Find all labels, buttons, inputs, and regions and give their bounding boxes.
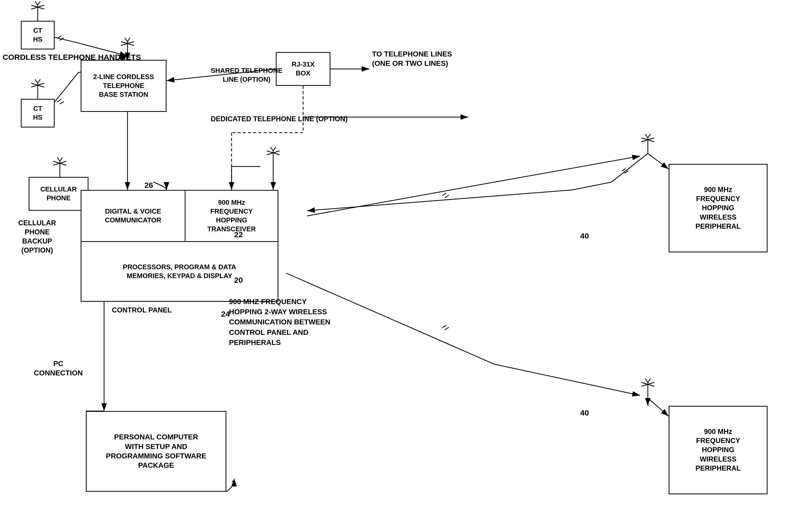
svg-line-36 xyxy=(128,38,130,42)
num-40-top: 40 xyxy=(580,231,589,240)
svg-line-6 xyxy=(38,1,40,5)
svg-line-4 xyxy=(31,5,44,9)
svg-line-14 xyxy=(53,161,66,165)
svg-line-31 xyxy=(648,379,650,382)
ct-hs-2-box: CT HS xyxy=(21,99,55,128)
svg-line-15 xyxy=(57,157,60,161)
cordless-base-box: 2-LINE CORDLESSTELEPHONEBASE STATION xyxy=(81,60,167,112)
freq-hop-transceiver-box: 900 MHzFREQUENCYHOPPINGTRANSCEIVER xyxy=(185,190,279,242)
svg-line-29 xyxy=(641,382,654,386)
svg-line-53 xyxy=(622,169,626,171)
num-20: 20 xyxy=(234,276,243,285)
svg-line-25 xyxy=(645,134,648,138)
svg-line-10 xyxy=(35,79,38,83)
num-40-bot: 40 xyxy=(580,408,589,417)
svg-line-59 xyxy=(445,327,449,330)
svg-line-39 xyxy=(57,99,61,102)
svg-line-34 xyxy=(121,42,134,45)
svg-line-37 xyxy=(57,36,61,38)
svg-line-13 xyxy=(53,161,66,165)
to-telephone-label: TO TELEPHONE LINES(ONE OR TWO LINES) xyxy=(372,50,452,69)
svg-line-30 xyxy=(645,379,648,382)
num-24: 24 xyxy=(221,309,230,318)
processors-box: PROCESSORS, PROGRAM & DATAMEMORIES, KEYP… xyxy=(81,242,279,302)
pc-connection-label: PCCONNECTION xyxy=(34,359,83,378)
svg-line-5 xyxy=(35,1,38,5)
svg-line-16 xyxy=(60,157,62,161)
rj31x-box: RJ-31XBOX xyxy=(276,52,330,86)
svg-line-61 xyxy=(648,398,669,416)
svg-line-38 xyxy=(60,38,64,40)
diagram: CT HS CT HS CORDLESS TELEPHONE HANDSETS … xyxy=(0,0,799,532)
svg-line-54 xyxy=(624,171,628,173)
svg-line-28 xyxy=(641,382,654,386)
num-22: 22 xyxy=(234,230,243,239)
svg-line-40 xyxy=(60,101,64,104)
control-panel-label: CONTROL PANEL xyxy=(112,306,172,315)
svg-line-3 xyxy=(31,5,44,9)
dedicated-line-label: DEDICATED TELEPHONE LINE (OPTION) xyxy=(211,114,348,124)
svg-line-11 xyxy=(38,79,40,83)
num-26: 26 xyxy=(145,181,153,190)
cellular-backup-label: CELLULARPHONEBACKUP(OPTION) xyxy=(18,218,56,255)
svg-line-35 xyxy=(125,38,128,42)
svg-line-56 xyxy=(445,195,449,198)
svg-line-60 xyxy=(648,153,669,169)
svg-line-18 xyxy=(267,151,280,155)
svg-line-24 xyxy=(641,138,654,142)
shared-line-label: SHARED TELEPHONELINE (OPTION) xyxy=(211,66,283,84)
svg-line-58 xyxy=(442,325,446,328)
freq-hop-desc-label: 900 MHZ FREQUENCYHOPPING 2-WAY WIRELESSC… xyxy=(229,297,330,347)
personal-computer-box: PERSONAL COMPUTERWITH SETUP ANDPROGRAMMI… xyxy=(86,411,226,492)
num-2: 2 xyxy=(231,479,236,488)
svg-line-20 xyxy=(271,147,273,151)
svg-line-9 xyxy=(31,83,44,87)
svg-line-21 xyxy=(273,147,276,151)
wireless-periph-2-box: 900 MHzFREQUENCYHOPPINGWIRELESSPERIPHERA… xyxy=(669,406,767,494)
svg-line-23 xyxy=(641,138,654,142)
svg-line-19 xyxy=(267,151,280,155)
svg-line-55 xyxy=(442,193,446,196)
svg-line-8 xyxy=(31,83,44,87)
digital-voice-box: DIGITAL & VOICECOMMUNICATOR xyxy=(81,190,185,242)
ct-hs-1-box: CT HS xyxy=(21,21,55,50)
svg-line-33 xyxy=(121,42,134,45)
wireless-periph-1-box: 900 MHzFREQUENCYHOPPINGWIRELESSPERIPHERA… xyxy=(669,164,767,252)
svg-line-26 xyxy=(648,134,650,138)
cellular-phone-box: CELLULARPHONE xyxy=(28,177,89,211)
